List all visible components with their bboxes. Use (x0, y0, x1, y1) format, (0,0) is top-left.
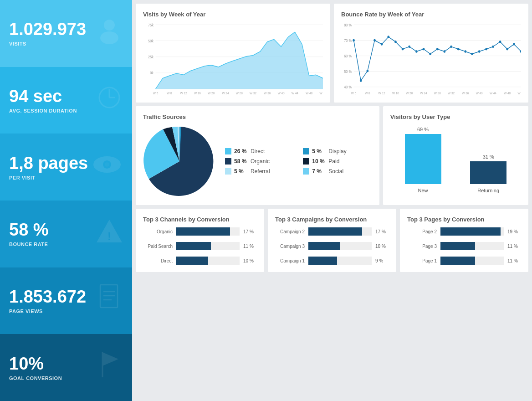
svg-text:W 40: W 40 (476, 91, 483, 95)
top-campaigns-title: Top 3 Campaigns by Conversion (275, 216, 389, 223)
campaign-pct-3: 10 % (375, 244, 389, 249)
svg-text:25k: 25k (148, 55, 153, 59)
user-types-card: Visitors by User Type 69 % New 31 % Retu… (383, 106, 528, 205)
channel-pct-direct: 10 % (243, 258, 257, 263)
legend-label-referral: Referral (251, 168, 270, 175)
channel-label-paid: Paid Search (143, 244, 173, 249)
svg-point-7 (105, 162, 109, 167)
svg-text:W 40: W 40 (278, 91, 285, 95)
svg-point-58 (415, 50, 418, 52)
channel-track-direct (176, 257, 240, 265)
pages-label: PER VISIT (9, 175, 88, 180)
sidebar-item-pages: 1,8 pages PER VISIT (0, 134, 132, 200)
svg-text:W 48: W 48 (504, 91, 511, 95)
new-pct-label: 69 % (417, 127, 429, 132)
svg-point-64 (457, 48, 460, 50)
svg-text:40 %: 40 % (344, 85, 352, 90)
svg-point-68 (485, 48, 487, 50)
bounce-chart-card: Bounce Rate by Week of Year 80 % 70 % 60… (334, 4, 528, 103)
sidebar-item-bounce: 58 % BOUNCE RATE ! (0, 200, 132, 267)
top-pages-card: Top 3 Pages by Conversion Page 2 19 % Pa… (400, 209, 528, 272)
svg-text:W 36: W 36 (264, 91, 271, 95)
visits-chart-svg: 75k 50k 25k 0k W 5 W 8 W 12 W 16 W 20 W … (143, 22, 323, 95)
page-fill-1 (440, 257, 475, 265)
page-fill-2 (440, 227, 501, 236)
visits-chart-card: Visits by Week of Year 75k 50k 25k 0k (136, 4, 330, 103)
sidebar-item-goal: 10% GOAL CONVERSION (0, 334, 132, 401)
legend-pct-display: 5 % (312, 148, 326, 154)
campaign-label-1: Campaign 1 (275, 258, 305, 263)
page-label-2: Page 2 (407, 229, 437, 234)
svg-text:W 24: W 24 (420, 91, 427, 95)
svg-text:80 %: 80 % (344, 23, 352, 27)
row-top3: Top 3 Channels by Conversion Organic 17 … (136, 209, 528, 272)
campaign-fill-1 (308, 257, 337, 265)
svg-point-59 (423, 48, 425, 50)
svg-point-65 (465, 50, 467, 52)
svg-text:70 %: 70 % (344, 38, 352, 43)
pages-value: 1,8 pages (9, 154, 88, 173)
svg-text:50k: 50k (148, 39, 153, 43)
campaign-pct-2: 17 % (375, 229, 389, 234)
legend-label-social: Social (328, 168, 343, 175)
page-label-3: Page 3 (407, 244, 437, 249)
legend-label-organic: Organic (251, 158, 270, 165)
svg-text:W 32: W 32 (250, 91, 256, 95)
svg-point-54 (388, 36, 390, 38)
channel-track-organic (176, 227, 240, 236)
svg-text:!: ! (107, 230, 111, 242)
campaign-track-2 (308, 227, 372, 236)
svg-text:W 24: W 24 (222, 91, 229, 95)
svg-point-66 (471, 53, 473, 55)
returning-pct-label: 31 % (483, 154, 494, 159)
legend-pct-referral: 5 % (234, 168, 248, 175)
warning-icon: ! (96, 217, 123, 250)
legend-item-direct: 26 % Direct (225, 148, 294, 154)
bounce-chart-svg: 80 % 70 % 60 % 50 % 40 % (341, 22, 521, 95)
svg-text:W 36: W 36 (462, 91, 469, 95)
channel-row-paid: Paid Search 11 % (143, 242, 257, 250)
svg-text:W 5: W 5 (351, 91, 357, 95)
campaign-row-2: Campaign 2 17 % (275, 227, 389, 236)
svg-text:W 8: W 8 (167, 91, 172, 95)
channel-fill-paid (176, 242, 211, 250)
legend-pct-organic: 58 % (234, 158, 248, 165)
channel-label-direct: Direct (143, 258, 173, 263)
person-icon (96, 17, 123, 50)
new-bar (405, 134, 441, 184)
returning-label: Returning (477, 188, 499, 193)
svg-point-55 (394, 41, 397, 43)
svg-point-63 (450, 46, 452, 48)
svg-text:50 %: 50 % (344, 69, 352, 74)
svg-text:W 48: W 48 (306, 91, 312, 95)
traffic-sources-card: Traffic Sources (136, 106, 379, 205)
svg-point-49 (353, 39, 355, 41)
goal-value: 10% (9, 355, 62, 374)
user-types-chart: 69 % New 31 % Returning (390, 125, 521, 193)
legend-label-paid: Paid (328, 158, 339, 165)
page-track-3 (440, 242, 504, 250)
campaign-label-2: Campaign 2 (275, 229, 305, 234)
legend-item-display: 5 % Display (303, 148, 372, 154)
channel-label-organic: Organic (143, 229, 173, 234)
channel-row-organic: Organic 17 % (143, 227, 257, 236)
svg-text:W 28: W 28 (434, 91, 441, 95)
traffic-legend: 26 % Direct 5 % Display 58 % Organic (225, 148, 372, 175)
svg-marker-25 (156, 32, 323, 89)
main-content: Visits by Week of Year 75k 50k 25k 0k (132, 0, 532, 401)
channel-fill-direct (176, 257, 208, 265)
svg-point-61 (436, 48, 439, 50)
session-value: 94 sec (9, 87, 77, 106)
campaign-pct-1: 9 % (375, 258, 389, 263)
channel-track-paid (176, 242, 240, 250)
bar-group-returning: 31 % Returning (470, 154, 506, 193)
svg-point-52 (373, 39, 376, 41)
legend-pct-direct: 26 % (234, 148, 248, 154)
svg-text:W 52: W 52 (518, 91, 521, 95)
svg-point-62 (444, 50, 446, 52)
page-row-1: Page 1 11 % (407, 257, 521, 265)
svg-text:W 44: W 44 (292, 91, 298, 95)
session-label: AVG. SESSION DURATION (9, 108, 77, 113)
svg-point-70 (499, 41, 501, 43)
pageviews-label: PAGE VIEWS (9, 308, 86, 314)
